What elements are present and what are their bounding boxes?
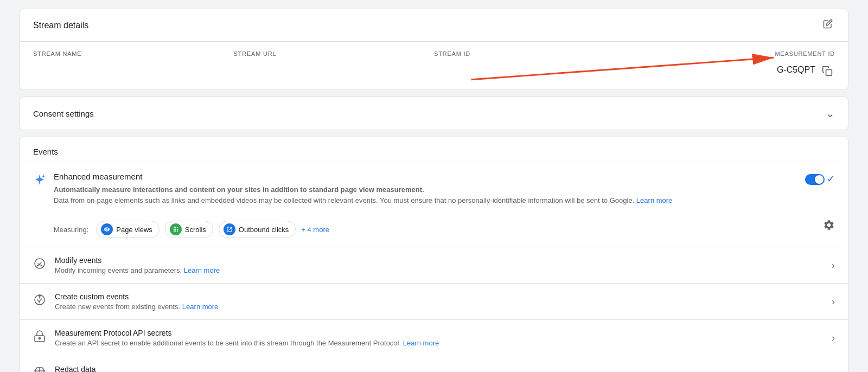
- enhanced-measurement-row: Enhanced measurement Automatically measu…: [20, 163, 848, 247]
- scrolls-chip-label: Scrolls: [185, 226, 206, 234]
- consent-settings-card: Consent settings ⌄: [20, 97, 848, 130]
- measuring-row: Measuring: Page views: [54, 221, 329, 238]
- svg-point-6: [39, 338, 41, 339]
- consent-settings-row[interactable]: Consent settings ⌄: [20, 97, 848, 130]
- stream-url-col: STREAM URL: [234, 50, 435, 79]
- events-header: Events: [20, 137, 848, 163]
- measurement-id-col: MEASUREMENT ID G-C5QPT: [635, 50, 835, 79]
- copy-measurement-id-button[interactable]: [820, 63, 835, 79]
- measurement-protocol-desc: Create an API secret to enable additiona…: [55, 339, 439, 347]
- enhanced-measurement-settings-button[interactable]: [823, 219, 835, 233]
- enhanced-measurement-description: Automatically measure interactions and c…: [54, 184, 672, 206]
- enhanced-measurement-title: Enhanced measurement: [54, 172, 672, 181]
- modify-events-title: Modify events: [55, 256, 220, 265]
- scrolls-chip[interactable]: Scrolls: [165, 221, 213, 238]
- events-section: Events Enhanced measurement Automaticall: [20, 137, 848, 372]
- more-chips-button[interactable]: + 4 more: [301, 226, 329, 234]
- redact-data-icon: [33, 366, 46, 372]
- modify-events-icon: [33, 257, 46, 273]
- outbound-clicks-chip-label: Outbound clicks: [239, 226, 289, 234]
- stream-details-header: Stream details: [20, 9, 848, 42]
- stream-id-col: STREAM ID: [434, 50, 635, 79]
- page-views-icon: [101, 223, 113, 235]
- redact-data-title: Redact data: [55, 365, 273, 372]
- stream-name-col: STREAM NAME: [33, 50, 234, 79]
- enhanced-measurement-toggle[interactable]: [805, 174, 825, 185]
- page-views-chip[interactable]: Page views: [96, 221, 159, 238]
- modify-events-learn-more[interactable]: Learn more: [184, 266, 220, 274]
- stream-id-label: STREAM ID: [434, 50, 635, 57]
- events-title: Events: [33, 147, 58, 156]
- outbound-clicks-icon: [224, 223, 235, 235]
- enhanced-measurement-learn-more[interactable]: Learn more: [636, 196, 672, 204]
- create-custom-events-chevron: ›: [832, 296, 835, 307]
- measurement-id-value: G-C5QPT: [777, 65, 815, 75]
- scrolls-icon: [170, 223, 182, 235]
- stream-details-title: Stream details: [33, 21, 88, 30]
- modify-events-row[interactable]: Modify events Modify incoming events and…: [20, 247, 848, 284]
- svg-point-4: [39, 295, 41, 297]
- create-custom-events-row[interactable]: Create custom events Create new events f…: [20, 284, 848, 320]
- stream-details-body: STREAM NAME STREAM URL STREAM ID MEASURE…: [20, 42, 848, 89]
- create-custom-events-title: Create custom events: [55, 292, 218, 301]
- settings-icon: [823, 219, 835, 231]
- redact-data-row[interactable]: Redact data Prevent specific data from b…: [20, 356, 848, 372]
- modify-events-chevron: ›: [832, 260, 835, 271]
- edit-stream-button[interactable]: [821, 17, 835, 34]
- page-views-chip-label: Page views: [116, 226, 152, 234]
- outbound-clicks-chip[interactable]: Outbound clicks: [219, 221, 296, 238]
- consent-settings-chevron-icon: ⌄: [826, 107, 835, 120]
- redact-data-chevron: ›: [832, 369, 835, 373]
- create-custom-events-desc: Create new events from existing events. …: [55, 303, 218, 311]
- stream-details-card: Stream details STREAM NAME STREAM URL: [20, 9, 848, 90]
- measurement-protocol-learn-more[interactable]: Learn more: [403, 339, 439, 347]
- measurement-protocol-title: Measurement Protocol API secrets: [55, 329, 439, 337]
- create-custom-events-learn-more[interactable]: Learn more: [182, 303, 218, 311]
- stream-url-label: STREAM URL: [234, 50, 435, 57]
- stream-name-label: STREAM NAME: [33, 50, 234, 57]
- svg-rect-0: [826, 70, 832, 76]
- consent-settings-title: Consent settings: [33, 109, 94, 118]
- create-custom-events-icon: [33, 293, 46, 310]
- measurement-id-label: MEASUREMENT ID: [775, 50, 835, 57]
- measuring-label: Measuring:: [54, 226, 88, 234]
- modify-events-desc: Modify incoming events and parameters. L…: [55, 266, 220, 274]
- measurement-protocol-row[interactable]: Measurement Protocol API secrets Create …: [20, 320, 848, 356]
- redact-data-meta: Email inactive URL query parameter keys …: [668, 370, 823, 373]
- measurement-protocol-chevron: ›: [832, 332, 835, 344]
- sparkle-icon: [33, 173, 46, 189]
- measurement-protocol-icon: [33, 330, 46, 346]
